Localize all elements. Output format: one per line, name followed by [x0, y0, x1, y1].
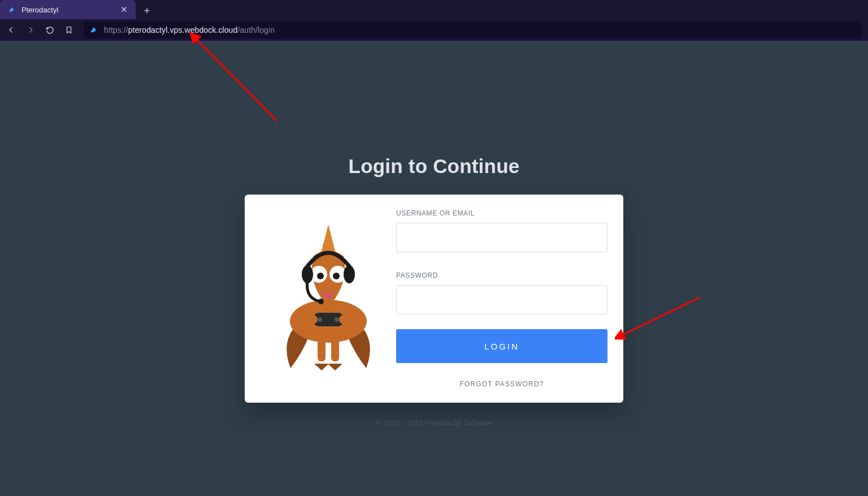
- browser-chrome: Pterodactyl ✕ ＋ https://pterodactyl.vps.…: [0, 0, 868, 42]
- new-tab-button[interactable]: ＋: [138, 1, 156, 19]
- address-bar[interactable]: https://pterodactyl.vps.webdock.cloud/au…: [84, 21, 861, 38]
- tab-strip: Pterodactyl ✕ ＋: [0, 0, 868, 19]
- pterodactyl-mascot-icon: [280, 222, 376, 375]
- password-field: PASSWORD: [396, 271, 607, 314]
- tab-title: Pterodactyl: [21, 6, 58, 14]
- password-input[interactable]: [396, 285, 607, 314]
- svg-point-8: [344, 265, 355, 283]
- tab-favicon-icon: [8, 6, 16, 14]
- url-text: https://pterodactyl.vps.webdock.cloud/au…: [104, 25, 275, 34]
- footer-text: © 2015 - 2022 Pterodactyl Software: [376, 419, 492, 427]
- url-path: /auth/login: [237, 25, 275, 34]
- svg-rect-2: [331, 335, 339, 361]
- page-title: Login to Continue: [349, 155, 520, 178]
- close-tab-icon[interactable]: ✕: [120, 5, 128, 15]
- bookmark-button[interactable]: [60, 21, 78, 39]
- page-content: Login to Continue: [0, 42, 868, 496]
- browser-toolbar: https://pterodactyl.vps.webdock.cloud/au…: [0, 19, 868, 41]
- svg-rect-1: [318, 335, 326, 361]
- site-favicon-icon: [89, 25, 98, 34]
- username-label: USERNAME OR EMAIL: [396, 209, 607, 217]
- login-form: USERNAME OR EMAIL PASSWORD LOGIN FORGOT …: [396, 209, 607, 388]
- forgot-password-link[interactable]: FORGOT PASSWORD?: [396, 380, 607, 388]
- svg-point-6: [333, 273, 340, 279]
- username-input[interactable]: [396, 223, 607, 252]
- logo-column: [261, 209, 396, 388]
- password-label: PASSWORD: [396, 271, 607, 279]
- back-button[interactable]: [2, 21, 20, 39]
- login-button[interactable]: LOGIN: [396, 329, 607, 363]
- url-scheme: https://: [104, 25, 128, 34]
- svg-point-11: [318, 317, 322, 322]
- svg-point-9: [318, 299, 324, 304]
- svg-point-12: [335, 317, 339, 322]
- browser-tab[interactable]: Pterodactyl ✕: [0, 0, 136, 19]
- svg-point-13: [309, 315, 318, 324]
- reload-button[interactable]: [41, 21, 59, 39]
- forward-button[interactable]: [21, 21, 40, 39]
- svg-point-5: [317, 273, 324, 279]
- svg-point-14: [339, 315, 348, 324]
- login-card: USERNAME OR EMAIL PASSWORD LOGIN FORGOT …: [245, 195, 623, 403]
- url-host: pterodactyl.vps.webdock.cloud: [128, 25, 238, 34]
- username-field: USERNAME OR EMAIL: [396, 209, 607, 252]
